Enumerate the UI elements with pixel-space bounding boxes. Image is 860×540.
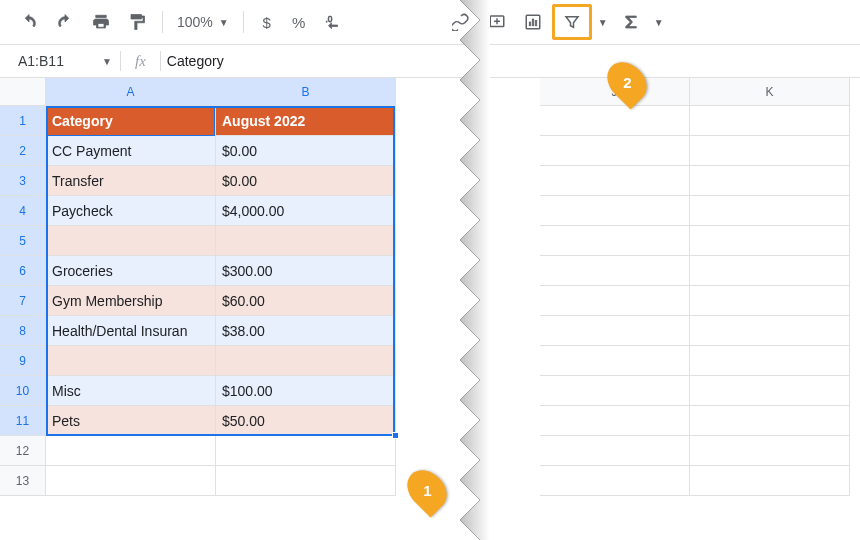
torn-edge-divider xyxy=(430,0,490,540)
cell-j6[interactable] xyxy=(540,256,690,286)
column-headers-right: J K xyxy=(540,78,850,106)
cell-b13[interactable] xyxy=(216,466,396,496)
cell-b4[interactable]: $4,000.00 xyxy=(216,196,396,226)
cell-b5[interactable] xyxy=(216,226,396,256)
row-header[interactable]: 2 xyxy=(0,136,46,166)
select-all-corner[interactable] xyxy=(0,78,46,106)
cell-a7[interactable]: Gym Membership xyxy=(46,286,216,316)
cell-k6[interactable] xyxy=(690,256,850,286)
row-header[interactable]: 13 xyxy=(0,466,46,496)
filter-button-highlighted xyxy=(552,4,592,40)
cell-a10[interactable]: Misc xyxy=(46,376,216,406)
cell-k1[interactable] xyxy=(690,106,850,136)
cell-b10[interactable]: $100.00 xyxy=(216,376,396,406)
cell-j9[interactable] xyxy=(540,346,690,376)
cell-k7[interactable] xyxy=(690,286,850,316)
format-currency-button[interactable]: $ xyxy=(252,7,282,37)
cell-a8[interactable]: Health/Dental Insuran xyxy=(46,316,216,346)
cells-area-right xyxy=(540,106,850,496)
callout-2-label: 2 xyxy=(623,74,631,91)
row-header[interactable]: 9 xyxy=(0,346,46,376)
cell-j4[interactable] xyxy=(540,196,690,226)
row-header[interactable]: 1 xyxy=(0,106,46,136)
svg-rect-7 xyxy=(535,21,537,26)
zoom-dropdown[interactable]: 100% ▼ xyxy=(171,14,235,30)
cell-b1[interactable]: August 2022 xyxy=(216,106,396,136)
decrease-decimal-icon: .0 xyxy=(324,13,342,31)
row-header[interactable]: 11 xyxy=(0,406,46,436)
svg-rect-6 xyxy=(532,19,534,26)
format-percent-button[interactable]: % xyxy=(284,7,314,37)
cell-b7[interactable]: $60.00 xyxy=(216,286,396,316)
cell-a6[interactable]: Groceries xyxy=(46,256,216,286)
cell-k2[interactable] xyxy=(690,136,850,166)
redo-button[interactable] xyxy=(48,7,82,37)
row-header[interactable]: 5 xyxy=(0,226,46,256)
row-header[interactable]: 7 xyxy=(0,286,46,316)
functions-dropdown-button[interactable]: ▼ xyxy=(650,7,668,37)
cell-j2[interactable] xyxy=(540,136,690,166)
row-header[interactable]: 6 xyxy=(0,256,46,286)
functions-button[interactable] xyxy=(614,7,648,37)
row-header[interactable]: 10 xyxy=(0,376,46,406)
column-header-k[interactable]: K xyxy=(690,78,850,106)
cell-a4[interactable]: Paycheck xyxy=(46,196,216,226)
cell-a1[interactable]: Category xyxy=(46,106,216,136)
cell-j10[interactable] xyxy=(540,376,690,406)
print-button[interactable] xyxy=(84,7,118,37)
cell-a11[interactable]: Pets xyxy=(46,406,216,436)
cell-a9[interactable] xyxy=(46,346,216,376)
formula-bar-row: A1:B11 ▼ fx xyxy=(0,44,860,78)
decrease-decimal-button[interactable]: .0 xyxy=(316,7,350,37)
cell-b9[interactable] xyxy=(216,346,396,376)
cell-a12[interactable] xyxy=(46,436,216,466)
toolbar-separator xyxy=(162,11,163,33)
cell-j3[interactable] xyxy=(540,166,690,196)
toolbar: 100% ▼ $ % .0 ▼ ▼ xyxy=(0,0,860,44)
redo-icon xyxy=(56,13,74,31)
cell-a2[interactable]: CC Payment xyxy=(46,136,216,166)
cell-j5[interactable] xyxy=(540,226,690,256)
cell-k4[interactable] xyxy=(690,196,850,226)
cell-k10[interactable] xyxy=(690,376,850,406)
selection-handle[interactable] xyxy=(392,432,399,439)
cell-k3[interactable] xyxy=(690,166,850,196)
cell-b6[interactable]: $300.00 xyxy=(216,256,396,286)
cell-j1[interactable] xyxy=(540,106,690,136)
cell-k8[interactable] xyxy=(690,316,850,346)
cell-j8[interactable] xyxy=(540,316,690,346)
cell-a5[interactable] xyxy=(46,226,216,256)
cell-b8[interactable]: $38.00 xyxy=(216,316,396,346)
undo-icon xyxy=(20,13,38,31)
row-header[interactable]: 3 xyxy=(0,166,46,196)
cell-b2[interactable]: $0.00 xyxy=(216,136,396,166)
cell-k13[interactable] xyxy=(690,466,850,496)
cell-k5[interactable] xyxy=(690,226,850,256)
cell-j11[interactable] xyxy=(540,406,690,436)
formula-input[interactable] xyxy=(161,53,860,69)
filter-dropdown-button[interactable]: ▼ xyxy=(594,7,612,37)
undo-button[interactable] xyxy=(12,7,46,37)
cell-j7[interactable] xyxy=(540,286,690,316)
cell-k11[interactable] xyxy=(690,406,850,436)
cell-b11[interactable]: $50.00 xyxy=(216,406,396,436)
cell-a3[interactable]: Transfer xyxy=(46,166,216,196)
row-header[interactable]: 4 xyxy=(0,196,46,226)
row-header[interactable]: 8 xyxy=(0,316,46,346)
cell-k12[interactable] xyxy=(690,436,850,466)
cell-j13[interactable] xyxy=(540,466,690,496)
cell-k9[interactable] xyxy=(690,346,850,376)
insert-chart-button[interactable] xyxy=(516,7,550,37)
create-filter-button[interactable] xyxy=(555,7,589,37)
cell-j12[interactable] xyxy=(540,436,690,466)
cell-b12[interactable] xyxy=(216,436,396,466)
insert-comment-button[interactable] xyxy=(480,7,514,37)
paint-format-button[interactable] xyxy=(120,7,154,37)
row-header[interactable]: 12 xyxy=(0,436,46,466)
cell-b3[interactable]: $0.00 xyxy=(216,166,396,196)
cell-a13[interactable] xyxy=(46,466,216,496)
column-header-a[interactable]: A xyxy=(46,78,216,106)
insert-link-button[interactable] xyxy=(444,7,478,37)
column-header-b[interactable]: B xyxy=(216,78,396,106)
name-box[interactable]: A1:B11 ▼ xyxy=(0,53,120,69)
